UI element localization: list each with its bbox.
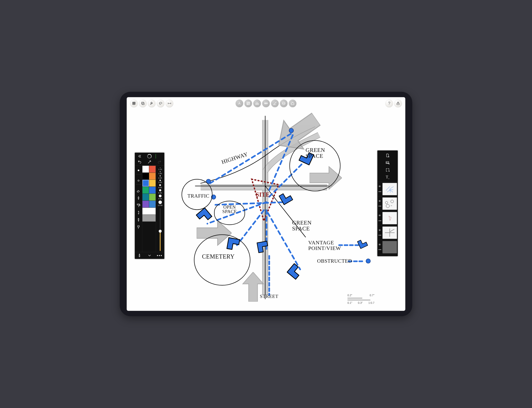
chevron-down-icon	[147, 253, 152, 258]
swatch-5[interactable]	[149, 180, 156, 187]
legend-vantage-arrow	[356, 236, 369, 250]
size-dot-3[interactable]	[159, 180, 161, 181]
size-dot-7[interactable]	[158, 201, 162, 204]
scale-readout: 0.2" 0.7" 0.1" 0.3" 1:0.7	[347, 294, 374, 304]
size-dot-6[interactable]	[159, 195, 161, 197]
label-green-s: GREEN SPACE	[292, 220, 322, 232]
app-screen: ?	[127, 97, 405, 311]
label-street: STREET	[260, 294, 278, 299]
brush-size-knob[interactable]	[159, 230, 162, 233]
tool-dot-solid[interactable]	[135, 167, 141, 174]
layer-thumb-1[interactable]	[382, 241, 397, 253]
label-traffic: TRAFFIC	[188, 193, 210, 199]
brush-size-column: 1.13 1.60 2.26 3.20 4.53 6.40 9.05 12.80	[156, 166, 164, 252]
label-site: SITE	[256, 191, 270, 198]
roller-icon	[136, 203, 141, 207]
collapse-panel-button[interactable]	[136, 154, 143, 159]
swatch-13[interactable]	[142, 215, 156, 222]
tool-column	[135, 166, 142, 252]
size-dot-1[interactable]	[160, 171, 160, 172]
svg-rect-26	[137, 204, 140, 205]
svg-point-31	[386, 204, 389, 208]
eye-icon[interactable]: 👁	[378, 228, 381, 232]
layer-thumb-5[interactable]	[382, 183, 397, 195]
scale-bot-mid: 0.3"	[358, 301, 363, 305]
swatch-1[interactable]	[149, 166, 156, 173]
layer-row-1[interactable]: 👁•••	[377, 240, 398, 254]
layer-row-5[interactable]: 👁•••	[377, 182, 398, 196]
layer-thumb-2[interactable]	[382, 227, 397, 239]
size-dot-0[interactable]	[160, 168, 160, 168]
canvas[interactable]: HIGHWAY TRAFFIC OPEN SPACE SITE GREEN SP…	[127, 97, 405, 311]
more-icon[interactable]: •••	[378, 219, 381, 222]
brush-size-slider[interactable]	[160, 208, 160, 251]
marker-icon	[136, 218, 141, 222]
tool-eraser[interactable]	[135, 187, 141, 194]
vantage-s	[255, 239, 271, 255]
undo-icon	[138, 160, 142, 164]
legend-obstructed-node	[366, 259, 371, 263]
redo-button[interactable]	[156, 160, 163, 164]
swatch-3[interactable]	[149, 173, 156, 180]
size-dot-2[interactable]	[160, 175, 161, 176]
tool-fine-pen[interactable]	[136, 253, 144, 258]
color-wheel-icon	[147, 154, 152, 159]
more-icon[interactable]: •••	[378, 234, 381, 237]
swatch-11[interactable]	[149, 201, 156, 208]
eye-icon[interactable]: 👁	[378, 200, 381, 203]
tool-calligraphy[interactable]	[135, 209, 141, 216]
more-icon: •••	[157, 253, 163, 258]
add-page-icon	[386, 153, 390, 157]
layer-row-3[interactable]: 👁•••	[377, 211, 398, 225]
tool-pen[interactable]	[135, 195, 141, 202]
tool-flat[interactable]	[135, 224, 141, 231]
add-frame-button[interactable]	[377, 166, 398, 174]
size-label-0: 1.13	[158, 168, 162, 170]
add-page-button[interactable]	[377, 152, 398, 159]
swatch-7[interactable]	[149, 187, 156, 194]
tool-more[interactable]: •••	[156, 253, 164, 258]
size-label-6: 9.05	[158, 198, 162, 200]
size-dot-4[interactable]	[159, 184, 161, 186]
color-wheel-button[interactable]	[146, 154, 153, 159]
scale-bar-bot	[347, 299, 370, 301]
swatch-10[interactable]	[142, 201, 149, 208]
swatch-2[interactable]	[142, 173, 149, 180]
swatch-9[interactable]	[149, 194, 156, 201]
tool-roller[interactable]	[135, 202, 141, 209]
add-text-button[interactable]: T+	[377, 174, 398, 181]
svg-point-29	[385, 201, 388, 204]
pen-icon	[136, 196, 141, 200]
svg-marker-33	[389, 216, 391, 220]
layer-row-2[interactable]: 👁•••	[377, 225, 398, 240]
swatch-6[interactable]	[142, 187, 149, 194]
more-icon[interactable]: •••	[378, 190, 381, 193]
swatch-0[interactable]	[142, 166, 149, 173]
eye-icon[interactable]: 👁	[378, 214, 381, 217]
tool-marker[interactable]	[135, 216, 141, 223]
eyedropper-button[interactable]	[146, 160, 153, 164]
more-icon[interactable]: •••	[378, 248, 381, 251]
add-image-button[interactable]	[377, 159, 398, 166]
more-icon[interactable]: •••	[378, 204, 381, 208]
layer-thumb-4[interactable]: abc	[382, 197, 397, 210]
layer-row-4[interactable]: 👁••• abc	[377, 196, 398, 211]
undo-button[interactable]	[136, 160, 144, 164]
size-label-2: 2.26	[158, 177, 162, 179]
swatch-12[interactable]	[142, 208, 156, 215]
label-green-ne: GREEN SPACE	[306, 147, 332, 159]
eye-icon[interactable]: 👁	[378, 185, 381, 188]
size-label-5: 6.40	[158, 192, 162, 194]
eye-icon[interactable]: 👁	[378, 243, 381, 246]
size-dot-5[interactable]	[159, 189, 161, 192]
layer-thumb-3[interactable]	[382, 212, 397, 224]
swatch-8[interactable]	[142, 194, 149, 201]
tool-expand[interactable]	[146, 253, 154, 258]
tool-divider-2	[136, 184, 141, 187]
scale-top-left: 0.2"	[347, 294, 352, 297]
size-label-7: 12.80	[158, 204, 162, 206]
ipad-frame: ?	[120, 92, 412, 316]
node-highway-top	[289, 128, 294, 133]
swatch-4[interactable]	[142, 180, 149, 187]
tool-dot-hollow[interactable]	[135, 177, 141, 184]
